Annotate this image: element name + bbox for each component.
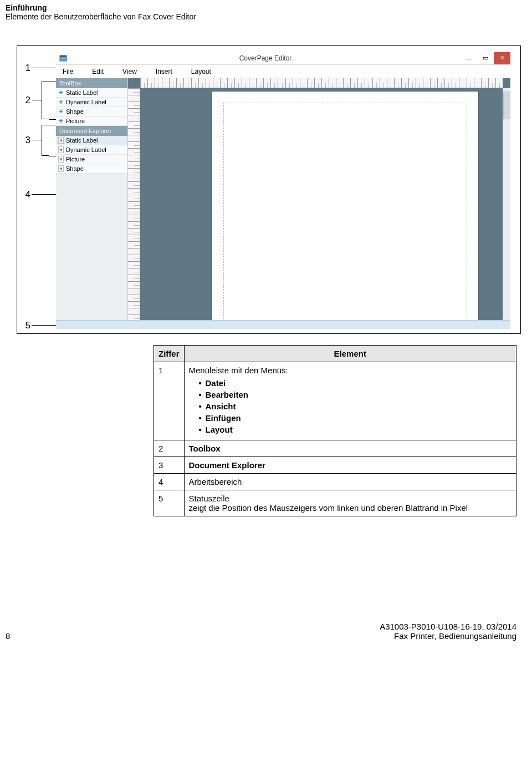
doc-id: A31003-P3010-U108-16-19, 03/2014 [380, 622, 516, 631]
titlebar: CoverPage Editor — ▭ ✕ [56, 52, 510, 65]
app-title: CoverPage Editor [70, 54, 461, 62]
ruler-horizontal [140, 78, 503, 88]
window-buttons: — ▭ ✕ [461, 52, 510, 64]
scrollbar-vertical[interactable] [503, 88, 510, 320]
side-panel: ToolBox +Static Label +Dynamic Label +Sh… [56, 78, 128, 320]
docexplorer-item[interactable]: ▾Picture [56, 155, 127, 164]
chevron-down-icon: ▾ [58, 156, 64, 163]
chevron-down-icon: ▾ [58, 146, 64, 153]
plus-icon: + [58, 108, 64, 115]
chevron-down-icon: ▾ [58, 137, 64, 144]
legend-row: 2 Toolbox [154, 440, 516, 457]
header-subtitle: Elemente der Benutzeroberfläche von Fax … [6, 12, 526, 21]
docexplorer-item[interactable]: ▾Dynamic Label [56, 145, 127, 155]
menu-edit[interactable]: Edit [92, 68, 104, 75]
page-number: 8 [6, 631, 10, 641]
plus-icon: + [58, 89, 64, 96]
svg-rect-1 [60, 55, 66, 57]
toolbox-item[interactable]: +Shape [56, 107, 127, 116]
app-window: CoverPage Editor — ▭ ✕ File Edit View In… [56, 52, 510, 329]
page-footer: 8 A31003-P3010-U108-16-19, 03/2014 Fax P… [0, 622, 532, 644]
work-area[interactable] [128, 78, 510, 320]
leader-3 [32, 140, 42, 140]
page-margin-guide [223, 103, 467, 320]
app-icon [59, 54, 67, 62]
maximize-button[interactable]: ▭ [477, 52, 494, 64]
docexplorer-item[interactable]: ▾Shape [56, 164, 127, 174]
page-header: Einführung Elemente der Benutzeroberfläc… [0, 0, 532, 23]
toolbox-item[interactable]: +Dynamic Label [56, 98, 127, 107]
close-button[interactable]: ✕ [494, 52, 510, 64]
leader-2 [32, 100, 42, 100]
plus-icon: + [58, 118, 64, 124]
page-viewport [140, 88, 503, 320]
statusbar [56, 320, 510, 329]
bracket-2 [42, 82, 49, 119]
legend-row: 5 Statuszeile zeigt die Position des Mau… [154, 490, 516, 516]
callout-1: 1 [23, 63, 30, 74]
figure-container: 1 2 3 4 5 CoverPage Editor — ▭ ✕ File Ed… [17, 45, 521, 334]
callout-3: 3 [23, 135, 30, 146]
bracket-3 [42, 125, 49, 156]
toolbox-header: ToolBox [56, 78, 127, 88]
legend-row: 1 Menüleiste mit den Menüs: Datei Bearbe… [154, 362, 516, 440]
legend-col-element: Element [184, 346, 516, 362]
menu-file[interactable]: File [63, 68, 73, 75]
docexplorer-header: Document Explorer [56, 126, 127, 136]
legend-col-ziffer: Ziffer [154, 346, 185, 362]
docexplorer-item[interactable]: ▾Static Label [56, 136, 127, 145]
menu-view[interactable]: View [122, 68, 137, 75]
legend-row: 4 Arbeitsbereich [154, 474, 516, 490]
page-paper[interactable] [212, 92, 478, 320]
menu-insert[interactable]: Insert [156, 68, 172, 75]
menu-layout[interactable]: Layout [191, 68, 211, 75]
header-title: Einführung [6, 3, 526, 12]
chevron-down-icon: ▾ [58, 165, 64, 172]
scrollbar-thumb[interactable] [503, 92, 510, 119]
leader-5 [32, 325, 59, 326]
toolbox-item[interactable]: +Picture [56, 116, 127, 126]
leader-1 [32, 68, 59, 68]
callout-2: 2 [23, 95, 30, 106]
plus-icon: + [58, 99, 64, 105]
doc-name: Fax Printer, Bedienungsanleitung [380, 631, 516, 641]
menubar: File Edit View Insert Layout [56, 65, 510, 78]
callout-5: 5 [23, 320, 30, 331]
toolbox-item[interactable]: +Static Label [56, 88, 127, 98]
legend-table: Ziffer Element 1 Menüleiste mit den Menü… [154, 345, 516, 516]
callout-4: 4 [23, 189, 30, 200]
minimize-button[interactable]: — [461, 52, 477, 64]
ruler-vertical [128, 88, 140, 320]
legend-row: 3 Document Explorer [154, 457, 516, 474]
